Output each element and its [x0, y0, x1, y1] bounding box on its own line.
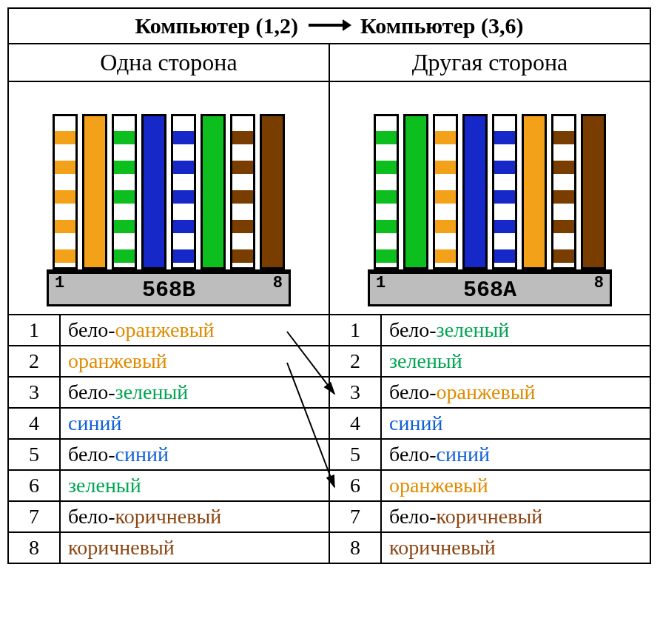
pinout-row: 6зеленый6оранжевый — [9, 471, 650, 502]
pin-number: 6 — [330, 471, 382, 500]
pin-number: 5 — [9, 440, 61, 469]
pin-number: 8 — [9, 533, 61, 563]
pin-number: 2 — [330, 346, 382, 376]
pinout-row: 5бело-синий5бело-синий — [9, 440, 650, 471]
pin-number: 2 — [9, 346, 61, 376]
plug-right: 1 8 568A — [368, 269, 612, 306]
color-name-right: бело-синий — [382, 440, 650, 469]
color-name-left: бело-зеленый — [61, 378, 330, 407]
crossover-cable-diagram: Компьютер (1,2) Компьютер (3,6) Одна сто… — [7, 7, 651, 564]
color-name-right: синий — [382, 409, 650, 438]
pin-number: 6 — [9, 471, 61, 500]
color-name-left: синий — [61, 409, 330, 438]
pin-number: 3 — [9, 378, 61, 407]
wire — [492, 114, 517, 269]
standard-label: 568A — [370, 278, 610, 303]
wire — [374, 114, 399, 269]
wire — [171, 114, 196, 269]
title-right: Компьютер (3,6) — [360, 13, 524, 38]
connector-left-cell: 1 8 568B — [9, 82, 330, 314]
pin-number: 7 — [9, 502, 61, 531]
wire — [141, 114, 166, 269]
color-name-left: оранжевый — [61, 346, 330, 376]
wire — [522, 114, 547, 269]
pinout-row: 3бело-зеленый3бело-оранжевый — [9, 378, 650, 409]
wire — [433, 114, 458, 269]
column-headers: Одна сторона Другая сторона — [9, 44, 650, 82]
title-row: Компьютер (1,2) Компьютер (3,6) — [9, 9, 650, 44]
color-name-right: оранжевый — [382, 471, 650, 500]
color-name-right: бело-зеленый — [382, 315, 650, 345]
title-left: Компьютер (1,2) — [135, 13, 298, 38]
wires-right — [374, 114, 606, 269]
pin-number: 8 — [330, 533, 382, 563]
svg-marker-1 — [343, 19, 351, 31]
wire — [112, 114, 137, 269]
pin-number: 5 — [330, 440, 382, 469]
color-name-right: зеленый — [382, 346, 650, 376]
plug-left: 1 8 568B — [47, 269, 291, 306]
pin-number: 1 — [330, 315, 382, 345]
color-name-left: коричневый — [61, 533, 330, 563]
header-right: Другая сторона — [330, 44, 650, 81]
color-name-right: бело-коричневый — [382, 502, 650, 531]
arrow-right-icon — [307, 17, 351, 33]
header-left: Одна сторона — [9, 44, 330, 81]
pin-number: 4 — [330, 409, 382, 438]
connector-right-cell: 1 8 568A — [330, 82, 650, 314]
pinout-table: 1бело-оранжевый1бело-зеленый2оранжевый2з… — [9, 315, 650, 563]
wire — [201, 114, 226, 269]
color-name-right: коричневый — [382, 533, 650, 563]
wire — [260, 114, 285, 269]
wire — [82, 114, 107, 269]
pinout-row: 1бело-оранжевый1бело-зеленый — [9, 315, 650, 346]
wires-left — [53, 114, 285, 269]
pin-number: 7 — [330, 502, 382, 531]
color-name-left: бело-оранжевый — [61, 315, 330, 345]
pin-number: 3 — [330, 378, 382, 407]
wire — [581, 114, 606, 269]
color-name-left: бело-коричневый — [61, 502, 330, 531]
pinout-row: 8коричневый8коричневый — [9, 533, 650, 563]
connector-568a: 1 8 568A — [368, 114, 612, 306]
wire — [551, 114, 576, 269]
color-name-left: зеленый — [61, 471, 330, 500]
pinout-row: 2оранжевый2зеленый — [9, 346, 650, 378]
wire — [462, 114, 488, 269]
wire — [53, 114, 78, 269]
connector-568b: 1 8 568B — [47, 114, 291, 306]
pin-number: 1 — [9, 315, 61, 345]
connector-diagrams: 1 8 568B 1 8 568A — [9, 82, 650, 315]
standard-label: 568B — [49, 278, 289, 303]
color-name-left: бело-синий — [61, 440, 330, 469]
color-name-right: бело-оранжевый — [382, 378, 650, 407]
wire — [230, 114, 255, 269]
pinout-row: 7бело-коричневый7бело-коричневый — [9, 502, 650, 533]
wire — [403, 114, 428, 269]
pin-number: 4 — [9, 409, 61, 438]
pinout-row: 4синий4синий — [9, 409, 650, 440]
